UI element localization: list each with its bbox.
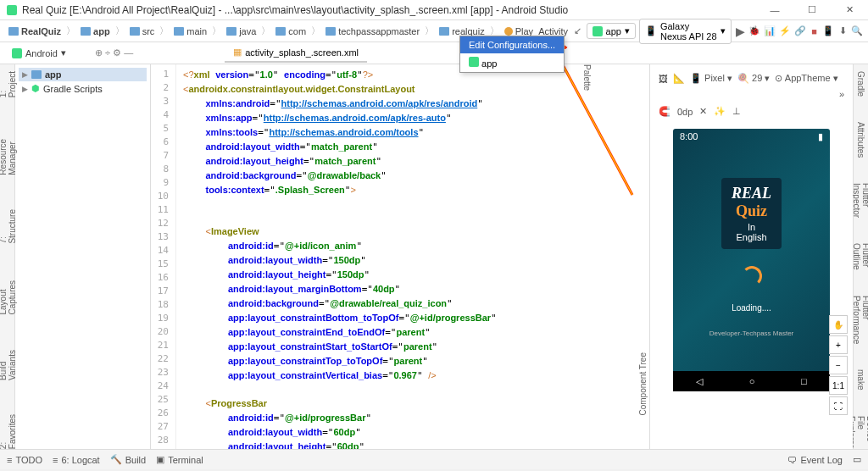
design-surface-icon[interactable]: 🖼 bbox=[659, 74, 668, 84]
project-view-selector[interactable]: Android▾ ⊕ ÷ ⚙ — bbox=[5, 45, 140, 61]
breadcrumb[interactable]: app bbox=[77, 25, 114, 38]
module-icon bbox=[31, 70, 42, 79]
android-studio-icon bbox=[7, 5, 17, 15]
folder-icon bbox=[439, 27, 449, 36]
device-preview[interactable]: 8:00▮ REAL Quiz InEnglish Loading.... De… bbox=[673, 129, 830, 391]
folder-icon bbox=[174, 27, 184, 36]
toolbar-right: ↙ app▾ 📱 Galaxy Nexus API 28▾ ▶ 🐞 📊 ⚡ 🔗 … bbox=[573, 19, 863, 44]
right-tool-strip: Gradle Attributes Flutter Inspector Flut… bbox=[853, 64, 868, 449]
tool-flutter-performance[interactable]: Flutter Performance bbox=[852, 296, 869, 344]
pan-button[interactable]: ✋ bbox=[829, 315, 848, 334]
breadcrumb[interactable]: com bbox=[272, 25, 309, 38]
folder-icon bbox=[226, 27, 236, 36]
tool-terminal[interactable]: ▣ Terminal bbox=[156, 454, 203, 465]
breadcrumb[interactable]: main bbox=[170, 25, 210, 38]
infer-constraints-icon[interactable]: ✨ bbox=[714, 106, 726, 117]
navigation-bar: RealQuiz〉 app〉 src〉 main〉 java〉 com〉 tec… bbox=[0, 20, 868, 42]
device-nav-bar: ◁ ○ □ bbox=[673, 371, 830, 391]
menu-edit-configurations[interactable]: Edit Configurations... bbox=[460, 36, 564, 53]
minimize-button[interactable]: — bbox=[763, 2, 787, 19]
tool-logcat[interactable]: ≡ 6: Logcat bbox=[53, 455, 100, 465]
avd-manager-button[interactable]: 📱 bbox=[822, 25, 834, 38]
expand-arrow-icon[interactable]: ▶ bbox=[22, 70, 28, 79]
main-area: 1: Project Resource Manager 7: Structure… bbox=[0, 64, 868, 449]
class-icon bbox=[504, 27, 513, 36]
breadcrumb[interactable]: java bbox=[223, 25, 259, 38]
left-tool-strip: 1: Project Resource Manager 7: Structure… bbox=[0, 64, 15, 449]
editor-tab[interactable]: ▦ activity_splash_.screen.xml bbox=[225, 43, 367, 63]
line-gutter: 1234567891011121314151617181920212223242… bbox=[151, 64, 176, 449]
breadcrumb[interactable]: src bbox=[126, 25, 159, 38]
palette-tab[interactable]: Palette bbox=[582, 64, 592, 91]
guidelines-icon[interactable]: ⊥ bbox=[732, 106, 741, 117]
zoom-in-button[interactable]: + bbox=[829, 335, 848, 354]
sdk-manager-button[interactable]: ⬇ bbox=[837, 25, 848, 38]
gradle-icon: ⬢ bbox=[31, 83, 40, 94]
tool-resource-manager[interactable]: Resource Manager bbox=[0, 131, 17, 175]
menu-app[interactable]: app bbox=[460, 53, 564, 72]
device-select[interactable]: 📱 Pixel ▾ bbox=[690, 73, 732, 84]
android-icon bbox=[593, 26, 603, 36]
folder-icon bbox=[81, 27, 91, 36]
profiler-button[interactable]: 📊 bbox=[764, 25, 776, 38]
run-button[interactable]: ▶ bbox=[735, 25, 745, 38]
tool-build-variants[interactable]: Build Variants bbox=[0, 349, 17, 380]
sync-icon[interactable]: ↙ bbox=[573, 25, 583, 38]
developer-label: Developer-Techpass Master bbox=[709, 330, 794, 337]
expand-arrow-icon[interactable]: ▶ bbox=[22, 85, 28, 93]
tree-item-app[interactable]: ▶ app bbox=[19, 68, 147, 81]
back-icon: ◁ bbox=[696, 376, 703, 387]
apply-changes-button[interactable]: ⚡ bbox=[779, 25, 791, 38]
zoom-out-button[interactable]: − bbox=[829, 356, 848, 374]
stop-button[interactable]: ■ bbox=[810, 25, 820, 38]
event-log[interactable]: 🗨 Event Log bbox=[787, 454, 843, 465]
preview-content: REAL Quiz InEnglish Loading.... Develope… bbox=[673, 144, 830, 371]
tool-attributes[interactable]: Attributes bbox=[856, 122, 865, 158]
tree-item-gradle[interactable]: ▶ ⬢ Gradle Scripts bbox=[19, 81, 147, 96]
tool-build[interactable]: 🔨 Build bbox=[110, 454, 146, 465]
theme-select[interactable]: ⊙ AppTheme ▾ bbox=[775, 73, 837, 84]
magnet-icon[interactable]: 🧲 bbox=[659, 106, 670, 117]
tool-make[interactable]: make bbox=[856, 369, 865, 390]
tool-favorites[interactable]: 2: Favorites bbox=[0, 414, 17, 449]
preview-toolbar-2: 🧲 0dp ✕ ✨ ⊥ bbox=[655, 103, 848, 120]
clear-constraints-icon[interactable]: ✕ bbox=[699, 106, 707, 117]
folder-icon bbox=[275, 27, 286, 36]
zoom-actual-button[interactable]: ⛶ bbox=[829, 396, 848, 415]
breadcrumb[interactable]: techpassappmaster bbox=[322, 25, 423, 38]
progress-spinner bbox=[742, 266, 762, 286]
default-margin[interactable]: 0dp bbox=[677, 107, 693, 117]
app-logo: REAL Quiz InEnglish bbox=[721, 178, 782, 249]
maximize-button[interactable]: ☐ bbox=[800, 2, 824, 19]
run-config-dropdown[interactable]: app▾ bbox=[587, 23, 636, 39]
code-area[interactable]: <?xml version="1.0" encoding="utf-8"?> <… bbox=[176, 64, 649, 449]
status-indicator[interactable]: ▭ bbox=[853, 454, 861, 465]
tool-flutter-inspector[interactable]: Flutter Inspector bbox=[852, 183, 869, 218]
xml-file-icon: ▦ bbox=[233, 47, 242, 58]
folder-icon bbox=[326, 27, 336, 36]
tool-layout-captures[interactable]: Layout Captures bbox=[0, 277, 17, 315]
debug-button[interactable]: 🐞 bbox=[748, 25, 760, 38]
code-editor[interactable]: 1234567891011121314151617181920212223242… bbox=[151, 64, 649, 449]
tool-gradle[interactable]: Gradle bbox=[856, 71, 865, 97]
api-select[interactable]: 🍭 29 ▾ bbox=[737, 73, 770, 84]
tool-structure[interactable]: 7: Structure bbox=[0, 209, 17, 244]
folder-icon bbox=[8, 27, 19, 36]
zoom-controls: ✋ + − 1:1 ⛶ bbox=[829, 315, 848, 415]
breadcrumb[interactable]: RealQuiz bbox=[5, 25, 64, 38]
tool-project[interactable]: 1: Project bbox=[0, 71, 17, 97]
recents-icon: □ bbox=[801, 376, 807, 386]
attach-debugger-button[interactable]: 🔗 bbox=[794, 25, 806, 38]
device-dropdown[interactable]: 📱 Galaxy Nexus API 28▾ bbox=[639, 19, 732, 44]
close-button[interactable]: ✕ bbox=[837, 2, 861, 19]
search-button[interactable]: 🔍 bbox=[851, 25, 863, 38]
layout-preview-panel: Component Tree 🖼 📐 📱 Pixel ▾ 🍭 29 ▾ ⊙ Ap… bbox=[649, 64, 853, 449]
component-tree-tab[interactable]: Component Tree bbox=[638, 352, 648, 416]
tool-flutter-outline[interactable]: Flutter Outline bbox=[852, 243, 869, 270]
loading-label: Loading.... bbox=[732, 303, 771, 313]
tool-todo[interactable]: ≡ TODO bbox=[7, 455, 42, 465]
run-config-menu: Edit Configurations... app bbox=[459, 36, 565, 73]
orientation-icon[interactable]: 📐 bbox=[673, 73, 685, 84]
titlebar: Real Quiz [E:\Android All Project\RealQu… bbox=[0, 0, 868, 20]
zoom-fit-button[interactable]: 1:1 bbox=[829, 376, 848, 395]
